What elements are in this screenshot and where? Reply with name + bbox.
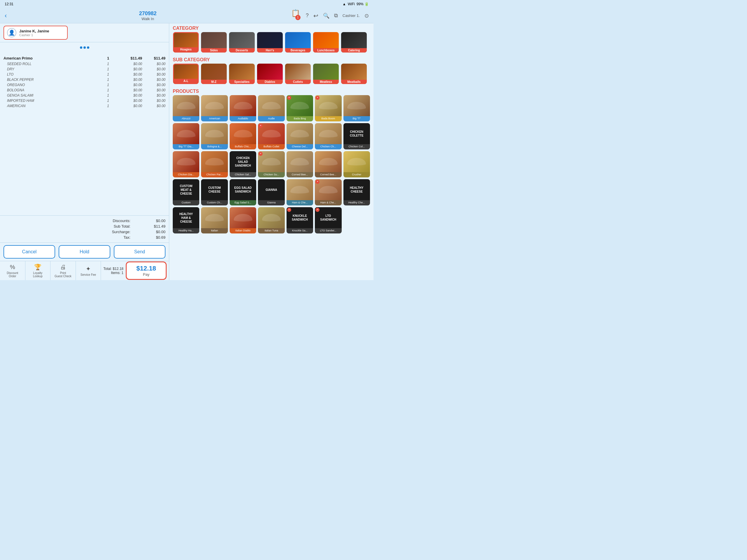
category-item-hoagies[interactable]: Hoagies — [173, 32, 199, 53]
product-label: Buffalo Chic... — [230, 144, 256, 149]
category-item-herr's[interactable]: Herr's — [257, 32, 283, 53]
subcategory-item-meatballs[interactable]: Meatballs — [341, 63, 367, 84]
subcategory-item-m-z[interactable]: M-Z — [201, 63, 227, 84]
category-item-beverages[interactable]: Beverages — [285, 32, 311, 53]
product-item-5[interactable]: * Bada Boom — [315, 95, 341, 121]
category-item-lunchboxes[interactable]: Lunchboxes — [313, 32, 339, 53]
subcategory-item-cutlets[interactable]: Cutlets — [285, 63, 311, 84]
sub-order-item[interactable]: LTO1$0.00$0.00 — [3, 72, 165, 77]
product-item-14[interactable]: Chicken Dia... — [173, 151, 199, 177]
product-item-0[interactable]: Abruzzi — [173, 95, 199, 121]
product-item-6[interactable]: Big "T" — [343, 95, 370, 121]
customer-role: Cashier 1 — [19, 33, 49, 37]
product-item-27[interactable]: HEALTHYCHEESE Healthy Che... — [343, 179, 370, 205]
subcategory-image: M-Z — [201, 63, 227, 84]
product-item-22[interactable]: CUSTOMCHEESE Custom Ch... — [201, 179, 228, 205]
hold-button[interactable]: Hold — [59, 245, 110, 258]
product-label: Crusher — [343, 172, 370, 177]
category-item-desserts[interactable]: Desserts — [229, 32, 255, 53]
sub-order-item[interactable]: IMPORTED HAM1$0.00$0.00 — [3, 98, 165, 103]
product-item-30[interactable]: Italian Diablo — [230, 207, 256, 233]
totals-section: Discounts: $0.00 Sub Total: $11.49 Surch… — [0, 215, 169, 243]
service-fee-button[interactable]: ✦ Service Fee — [76, 261, 101, 280]
products-section: Abruzzi American Audiablo Audie * Bad — [169, 95, 374, 280]
product-image: HEALTHYHAM &CHEESE — [173, 207, 199, 228]
logout-icon[interactable]: ⊙ — [364, 12, 369, 19]
product-item-28[interactable]: HEALTHYHAM &CHEESE Healthy Ha... — [173, 207, 199, 233]
sub-order-item[interactable]: BOLOGNA1$0.00$0.00 — [3, 87, 165, 93]
product-item-32[interactable]: * KNUCKLESANDWICH Knuckle Sa... — [287, 207, 313, 233]
product-label: Gianna — [258, 200, 284, 205]
sub-order-item[interactable]: BLACK PEPPER1$0.00$0.00 — [3, 77, 165, 82]
discount-label: DiscountOrder — [7, 272, 18, 278]
product-item-25[interactable]: Ham & Che... — [287, 179, 313, 205]
product-item-2[interactable]: Audiablo — [230, 95, 256, 121]
product-item-21[interactable]: CUSTOMMEAT &CHEESE Custom — [173, 179, 199, 205]
sub-order-item[interactable]: DRY1$0.00$0.00 — [3, 67, 165, 72]
product-image: EGG SALADSANDWICH — [230, 179, 256, 200]
subcategory-item-specialties[interactable]: Specialties — [229, 63, 255, 84]
discount-order-button[interactable]: % DiscountOrder — [0, 261, 25, 280]
product-item-19[interactable]: Corned Bee... — [315, 151, 341, 177]
help-icon[interactable]: ? — [306, 12, 309, 19]
search-icon[interactable]: 🔍 — [323, 12, 330, 19]
subcategory-item-a-l[interactable]: A-L — [173, 63, 199, 84]
three-dots — [76, 44, 93, 51]
sub-order-item[interactable]: GENOA SALAMI1$0.00$0.00 — [3, 93, 165, 98]
customer-avatar: 👤 — [7, 28, 16, 37]
product-item-4[interactable]: * Bada Bing — [287, 95, 313, 121]
pay-button[interactable]: $12.18 Pay — [126, 261, 166, 280]
customer-card[interactable]: 👤 Janine K, Janine Cashier 1 — [3, 26, 68, 40]
product-item-16[interactable]: CHICKENSALADSANDWICH Chicken Sal... — [230, 151, 256, 177]
product-item-1[interactable]: American — [201, 95, 228, 121]
back-button[interactable]: ‹ — [5, 12, 7, 20]
copy-icon[interactable]: ⧉ — [334, 12, 338, 19]
cancel-button[interactable]: Cancel — [3, 245, 55, 258]
product-item-23[interactable]: EGG SALADSANDWICH Egg Salad S... — [230, 179, 256, 205]
product-item-12[interactable]: Chicken Ch... — [315, 123, 341, 149]
subcategory-image: Meatless — [313, 63, 339, 84]
product-item-31[interactable]: Italian Tuna — [258, 207, 284, 233]
product-item-8[interactable]: Bologna &... — [201, 123, 228, 149]
product-item-20[interactable]: Crusher — [343, 151, 370, 177]
undo-icon[interactable]: ↩ — [313, 12, 318, 19]
product-item-17[interactable]: * Chicken Su... — [258, 151, 284, 177]
category-image: Hoagies — [173, 32, 199, 53]
total-label: Total: $12.18 — [103, 267, 123, 271]
category-label: Sides — [201, 48, 227, 53]
loyalty-lookup-button[interactable]: 🏆 LoyaltyLookup — [25, 261, 51, 280]
product-item-29[interactable]: Italian — [201, 207, 228, 233]
pay-label: Pay — [143, 272, 149, 277]
category-item-sides[interactable]: Sides — [201, 32, 227, 53]
product-label: Italian — [201, 228, 228, 233]
sub-order-item[interactable]: SEEDED ROLL1$0.00$0.00 — [3, 61, 165, 67]
category-item-catering[interactable]: Catering — [341, 32, 367, 53]
product-item-10[interactable]: * Buffalo Cutlet — [258, 123, 284, 149]
print-guest-check-button[interactable]: 🖨 PrintGuest Check — [50, 261, 76, 280]
product-item-11[interactable]: Cheese Del... — [287, 123, 313, 149]
status-right: ▲ WiFi 99% 🔋 — [342, 2, 369, 6]
category-label: Lunchboxes — [313, 48, 339, 53]
send-button[interactable]: Send — [114, 245, 165, 258]
sub-order-item[interactable]: AMERICAN1$0.00$0.00 — [3, 103, 165, 108]
product-item-9[interactable]: Buffalo Chic... — [230, 123, 256, 149]
product-image — [173, 151, 199, 172]
dot-3 — [87, 46, 89, 49]
product-item-24[interactable]: GIANNA Gianna — [258, 179, 284, 205]
surcharge-value: $0.00 — [148, 230, 165, 234]
product-item-3[interactable]: Audie — [258, 95, 284, 121]
subcategory-item-meatless[interactable]: Meatless — [313, 63, 339, 84]
product-item-13[interactable]: CHICKENCOLETTE Chicken Col... — [343, 123, 370, 149]
product-item-33[interactable]: * LTOSANDWICH LTO Sandwi... — [315, 207, 341, 233]
item-qty: 1 — [107, 56, 119, 60]
subcategory-item-diablos[interactable]: Diablos — [257, 63, 283, 84]
product-item-26[interactable]: * Ham & Che... — [315, 179, 341, 205]
sub-order-item[interactable]: OREGANO1$0.00$0.00 — [3, 82, 165, 87]
category-title: CATEGORY — [169, 23, 374, 32]
left-panel: 👤 Janine K, Janine Cashier 1 American Pr… — [0, 23, 169, 280]
product-item-18[interactable]: Corned Bee... — [287, 151, 313, 177]
product-item-15[interactable]: Chicken Par... — [201, 151, 228, 177]
product-item-7[interactable]: Big "T" Dia... — [173, 123, 199, 149]
main-order-item[interactable]: American Primo 1 $11.49 $11.49 — [3, 55, 165, 61]
product-image — [287, 179, 313, 200]
